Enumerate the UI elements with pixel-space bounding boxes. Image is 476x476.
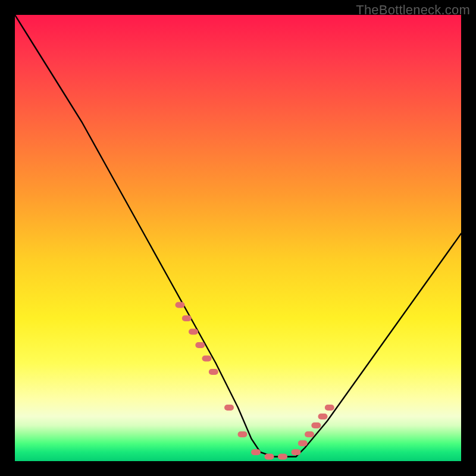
watermark-text: TheBottleneck.com	[356, 2, 470, 18]
highlight-dot	[195, 342, 205, 348]
highlight-dot	[298, 440, 308, 446]
plot-area	[15, 15, 461, 461]
highlight-dot	[325, 405, 334, 411]
curve-layer	[15, 15, 461, 461]
highlight-dot	[189, 329, 198, 335]
highlight-dot	[238, 431, 248, 437]
highlight-dot	[209, 369, 218, 375]
highlight-dot	[202, 356, 212, 362]
highlight-dot	[311, 422, 321, 428]
highlight-dot	[278, 454, 287, 460]
highlight-markers	[176, 302, 334, 460]
highlight-dot	[292, 449, 301, 455]
highlight-dot	[265, 454, 274, 460]
highlight-dot	[318, 414, 328, 419]
highlight-dot	[251, 449, 261, 455]
highlight-dot	[305, 431, 314, 437]
highlight-dot	[176, 302, 185, 308]
bottleneck-curve	[15, 15, 461, 457]
chart-frame: TheBottleneck.com	[0, 0, 476, 476]
highlight-dot	[182, 315, 192, 321]
highlight-dot	[224, 405, 234, 411]
